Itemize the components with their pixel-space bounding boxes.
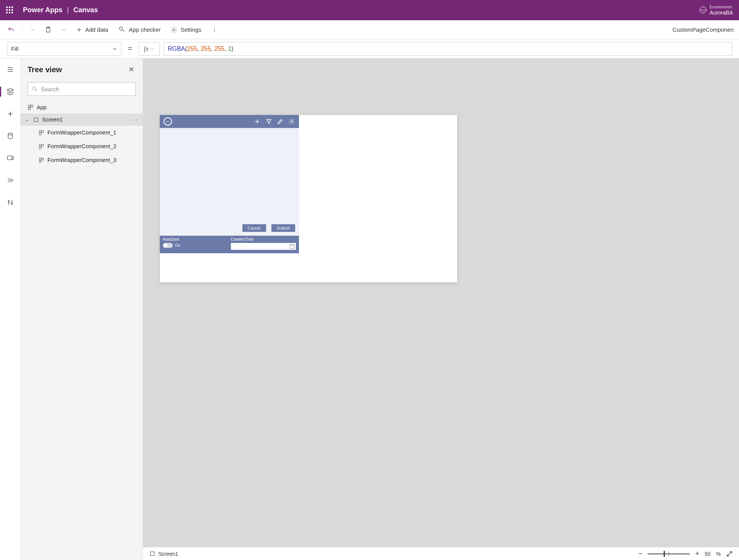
environment-picker[interactable]: Environmen AuroraBA bbox=[700, 5, 733, 16]
svg-rect-19 bbox=[39, 144, 41, 146]
form-component-preview[interactable]: ← bbox=[160, 115, 299, 254]
search-icon bbox=[32, 86, 38, 92]
hamburger-button[interactable] bbox=[5, 64, 16, 75]
svg-point-4 bbox=[214, 28, 215, 28]
back-button[interactable]: ← bbox=[164, 117, 172, 126]
tree-list: App ⌄ Screen1 ··· FormWrapperComponent_1 bbox=[21, 101, 143, 560]
submit-button[interactable]: Submit bbox=[271, 224, 295, 232]
app-launcher-icon[interactable] bbox=[6, 6, 14, 14]
property-name: Fill bbox=[11, 45, 18, 52]
svg-rect-16 bbox=[39, 130, 41, 132]
app-header: Power Apps | Canvas Environmen AuroraBA bbox=[0, 0, 739, 20]
component-name-label: CustomPageComponen bbox=[672, 26, 735, 33]
edit-icon[interactable] bbox=[277, 118, 284, 125]
component-label: FormWrapperComponent_3 bbox=[47, 157, 116, 163]
status-bar: Screen1 − + 50 % bbox=[143, 547, 739, 560]
tree-item-app[interactable]: App bbox=[21, 101, 143, 113]
fx-button[interactable]: fx bbox=[138, 42, 160, 56]
search-placeholder: Search bbox=[41, 86, 59, 92]
formula-input[interactable]: RGBA(255, 255, 255, 1) bbox=[164, 42, 732, 56]
app-icon bbox=[28, 104, 34, 110]
property-selector[interactable]: Fill bbox=[7, 42, 122, 56]
title-separator: | bbox=[67, 6, 69, 14]
paste-button[interactable] bbox=[41, 24, 55, 36]
fit-to-screen-button[interactable] bbox=[726, 550, 733, 557]
zoom-out-button[interactable]: − bbox=[638, 550, 643, 558]
add-data-button[interactable]: Add data bbox=[72, 24, 112, 35]
tree-item-component-1[interactable]: FormWrapperComponent_1 bbox=[21, 126, 143, 139]
app-label: App bbox=[37, 104, 47, 110]
component-icon bbox=[38, 129, 44, 136]
media-tab[interactable] bbox=[5, 152, 16, 164]
more-commands-button[interactable] bbox=[208, 24, 221, 35]
tree-view-title: Tree view bbox=[28, 65, 62, 74]
canvas-area[interactable]: ← bbox=[143, 58, 739, 560]
svg-rect-24 bbox=[39, 160, 41, 162]
cancel-button[interactable]: Cancel bbox=[242, 224, 266, 232]
svg-point-9 bbox=[8, 201, 9, 202]
close-panel-button[interactable]: ✕ bbox=[127, 64, 136, 75]
svg-point-7 bbox=[8, 133, 13, 135]
screen-icon bbox=[149, 551, 155, 557]
component-label: FormWrapperComponent_1 bbox=[47, 129, 116, 136]
svg-rect-8 bbox=[7, 156, 12, 160]
calendar-icon bbox=[290, 244, 294, 249]
autosave-toggle[interactable] bbox=[163, 243, 173, 248]
tree-item-screen1[interactable]: ⌄ Screen1 ··· bbox=[21, 113, 143, 126]
data-tab[interactable] bbox=[5, 130, 16, 142]
svg-rect-14 bbox=[28, 108, 30, 110]
insert-tab[interactable] bbox=[5, 108, 16, 120]
main-area: Tree view ✕ Search App ⌄ Screen1 bbox=[0, 58, 739, 560]
search-input[interactable]: Search bbox=[28, 82, 136, 96]
component-label: FormWrapperComponent_2 bbox=[47, 143, 116, 149]
app-name: Power Apps bbox=[23, 6, 62, 14]
environment-name: AuroraBA bbox=[710, 10, 733, 16]
formula-bar: Fill = fx RGBA(255, 255, 255, 1) bbox=[0, 39, 739, 58]
autosave-value: On bbox=[175, 243, 180, 248]
divider bbox=[22, 24, 23, 35]
autosave-label: AutoSave bbox=[163, 237, 228, 241]
chevron-down-icon[interactable]: ⌄ bbox=[24, 117, 30, 122]
tree-item-component-3[interactable]: FormWrapperComponent_3 bbox=[21, 153, 143, 167]
preview-body: Cancel Submit bbox=[160, 128, 299, 236]
zoom-slider[interactable] bbox=[648, 553, 690, 555]
app-title: Power Apps | Canvas bbox=[23, 6, 98, 14]
undo-dropdown[interactable] bbox=[26, 25, 39, 34]
svg-point-5 bbox=[214, 29, 215, 30]
svg-rect-17 bbox=[42, 130, 44, 132]
canvas-page[interactable]: ← bbox=[160, 115, 457, 282]
zoom-in-button[interactable]: + bbox=[695, 550, 699, 558]
app-checker-label: App checker bbox=[129, 26, 161, 33]
created-date-input[interactable] bbox=[231, 243, 296, 250]
preview-footer: AutoSave On Created Date bbox=[160, 236, 299, 253]
equals-sign: = bbox=[125, 44, 135, 53]
settings-button[interactable]: Settings bbox=[167, 24, 205, 36]
svg-rect-20 bbox=[42, 144, 44, 146]
tree-view-panel: Tree view ✕ Search App ⌄ Screen1 bbox=[21, 58, 143, 560]
app-mode: Canvas bbox=[73, 6, 98, 14]
created-date-label: Created Date bbox=[231, 237, 296, 241]
undo-button[interactable] bbox=[4, 24, 18, 36]
settings-label: Settings bbox=[180, 26, 201, 33]
add-data-label: Add data bbox=[85, 26, 108, 33]
svg-rect-26 bbox=[150, 552, 154, 556]
svg-rect-12 bbox=[28, 105, 30, 107]
power-automate-tab[interactable] bbox=[5, 175, 16, 186]
app-checker-button[interactable]: App checker bbox=[114, 24, 164, 36]
svg-rect-18 bbox=[39, 133, 41, 135]
svg-point-25 bbox=[291, 121, 293, 123]
filter-icon[interactable] bbox=[265, 118, 272, 125]
screen-label: Screen1 bbox=[42, 117, 63, 123]
component-icon bbox=[38, 157, 44, 163]
paste-dropdown[interactable] bbox=[58, 25, 70, 34]
svg-rect-15 bbox=[34, 118, 38, 121]
add-icon[interactable] bbox=[254, 118, 261, 125]
svg-rect-21 bbox=[39, 147, 41, 149]
tree-view-tab[interactable] bbox=[5, 86, 16, 97]
advanced-tools-tab[interactable] bbox=[5, 197, 16, 208]
tree-item-component-2[interactable]: FormWrapperComponent_2 bbox=[21, 139, 143, 153]
gear-icon[interactable] bbox=[288, 118, 295, 125]
svg-point-3 bbox=[173, 29, 175, 31]
tree-item-more-button[interactable]: ··· bbox=[131, 117, 138, 123]
svg-point-2 bbox=[119, 27, 122, 30]
